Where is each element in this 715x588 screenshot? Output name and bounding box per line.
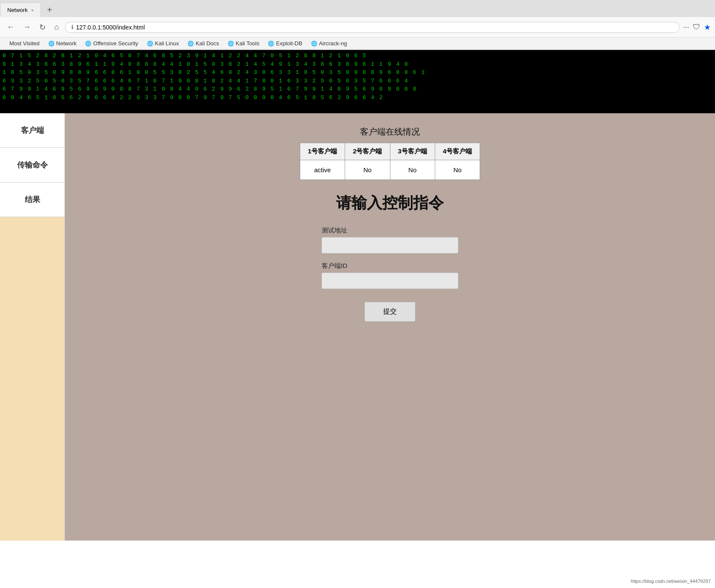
tab-bar: Network × + — [0, 0, 715, 17]
sidebar-item-client[interactable]: 客户端 — [0, 113, 64, 148]
col-header-4: 4号客户端 — [435, 143, 480, 160]
bookmark-item[interactable]: 🌐Offensive Security — [82, 39, 141, 47]
bookmarks-bar: Most Visited🌐Network🌐Offensive Security🌐… — [0, 38, 715, 50]
status-cell-1: active — [300, 160, 345, 180]
bookmark-label: Kali Linux — [155, 40, 179, 47]
bookmark-item[interactable]: 🌐Network — [45, 39, 80, 47]
status-section: 客户端在线情况 1号客户端 2号客户端 3号客户端 4号客户端 active N… — [82, 126, 698, 180]
forward-button[interactable]: → — [21, 21, 33, 33]
status-cell-4: No — [435, 160, 480, 180]
form-group-client-id: 客户端ID — [322, 262, 458, 289]
home-button[interactable]: ⌂ — [52, 21, 62, 33]
col-header-2: 2号客户端 — [345, 143, 390, 160]
star-bookmark-button[interactable]: ★ — [704, 23, 711, 32]
tab-label: Network — [7, 7, 28, 13]
sidebar-item-command[interactable]: 传输命令 — [0, 148, 64, 182]
bookmark-icon: 🌐 — [228, 41, 234, 47]
matrix-row: 9 1 3 4 3 8 6 3 8 9 6 1 1 9 4 0 8 8 8 4 … — [3, 60, 712, 69]
col-header-1: 1号客户端 — [300, 143, 345, 160]
bookmark-icon: 🌐 — [48, 41, 55, 47]
bookmark-label: Kali Tools — [236, 40, 259, 47]
sidebar-bottom — [0, 217, 64, 541]
status-table: 1号客户端 2号客户端 3号客户端 4号客户端 active No No No — [300, 143, 480, 180]
bookmark-label: Kali Docs — [196, 40, 219, 47]
nav-actions: ··· 🛡 ★ — [683, 23, 711, 32]
matrix-row: 6 7 9 9 1 4 6 9 5 6 9 0 9 0 0 8 7 3 1 0 … — [3, 85, 712, 94]
bookmark-item[interactable]: Most Visited — [4, 39, 43, 47]
bookmark-icon: 🌐 — [147, 41, 153, 47]
form-group-address: 测试地址 — [322, 226, 458, 253]
bookmark-item[interactable]: 🌐Aircrack-ng — [308, 39, 351, 47]
bookmark-icon: 🌐 — [188, 41, 194, 47]
new-tab-button[interactable]: + — [41, 3, 58, 17]
bookmark-item[interactable]: 🌐Kali Linux — [144, 39, 182, 47]
sidebar: 客户端 传输命令 结果 — [0, 113, 65, 541]
bookmark-item[interactable]: 🌐Kali Tools — [224, 39, 263, 47]
label-client-id: 客户端ID — [322, 262, 458, 270]
bookmark-label: Offensive Security — [93, 40, 138, 47]
bookmark-label: Aircrack-ng — [319, 40, 347, 47]
status-cell-2: No — [345, 160, 390, 180]
form-section: 请输入控制指令 测试地址 客户端ID 提交 — [82, 193, 698, 322]
matrix-banner: 0 7 1 5 2 8 2 8 1 2 1 0 4 6 5 0 7 4 6 8 … — [0, 50, 715, 113]
active-tab[interactable]: Network × — [0, 3, 41, 17]
address-bar-wrap: ℹ — [65, 22, 680, 33]
bookmark-icon: 🌐 — [311, 41, 317, 47]
status-title: 客户端在线情况 — [82, 126, 698, 138]
test-address-input[interactable] — [322, 237, 458, 253]
col-header-3: 3号客户端 — [390, 143, 435, 160]
tab-close-button[interactable]: × — [31, 8, 34, 13]
matrix-row: 6 3 3 2 5 0 5 6 3 5 7 6 6 6 4 6 7 1 0 7 … — [3, 77, 712, 85]
matrix-row: 1 8 5 0 3 5 0 9 8 8 9 6 6 8 6 1 0 0 5 5 … — [3, 68, 712, 77]
menu-dots-button[interactable]: ··· — [683, 23, 689, 32]
main-layout: 客户端 传输命令 结果 客户端在线情况 1号客户端 2号客户端 3号客户端 4号… — [0, 113, 715, 541]
footer-link: https://blog.csdn.net/weixin_44479297 — [631, 579, 711, 584]
bookmark-icon: 🌐 — [268, 41, 274, 47]
bookmark-label: Most Visited — [9, 40, 40, 47]
browser-chrome: Network × + ← → ↻ ⌂ ℹ ··· 🛡 ★ Most Visit… — [0, 0, 715, 50]
address-input[interactable] — [76, 24, 673, 31]
content-area: 客户端在线情况 1号客户端 2号客户端 3号客户端 4号客户端 active N… — [65, 113, 715, 541]
back-button[interactable]: ← — [4, 21, 17, 33]
client-id-input[interactable] — [322, 273, 458, 289]
shield-button[interactable]: 🛡 — [693, 23, 700, 32]
status-cell-3: No — [390, 160, 435, 180]
label-test-address: 测试地址 — [322, 226, 458, 235]
bookmark-label: Network — [56, 40, 77, 47]
reload-button[interactable]: ↻ — [37, 21, 48, 34]
nav-bar: ← → ↻ ⌂ ℹ ··· 🛡 ★ — [0, 17, 715, 38]
submit-button[interactable]: 提交 — [364, 302, 416, 322]
matrix-row: 0 7 1 5 2 8 2 8 1 2 1 0 4 6 5 0 7 4 6 8 … — [3, 52, 712, 60]
form-title: 请输入控制指令 — [336, 193, 444, 214]
sidebar-item-result[interactable]: 结果 — [0, 182, 64, 217]
bookmark-item[interactable]: 🌐Exploit-DB — [264, 39, 305, 47]
bookmark-icon: 🌐 — [85, 41, 91, 47]
bookmark-item[interactable]: 🌐Kali Docs — [184, 39, 223, 47]
matrix-row: 0 9 4 6 5 1 8 5 6 2 9 6 6 4 2 2 6 3 3 7 … — [3, 94, 712, 102]
bookmark-label: Exploit-DB — [276, 40, 302, 47]
info-icon: ℹ — [71, 24, 73, 30]
